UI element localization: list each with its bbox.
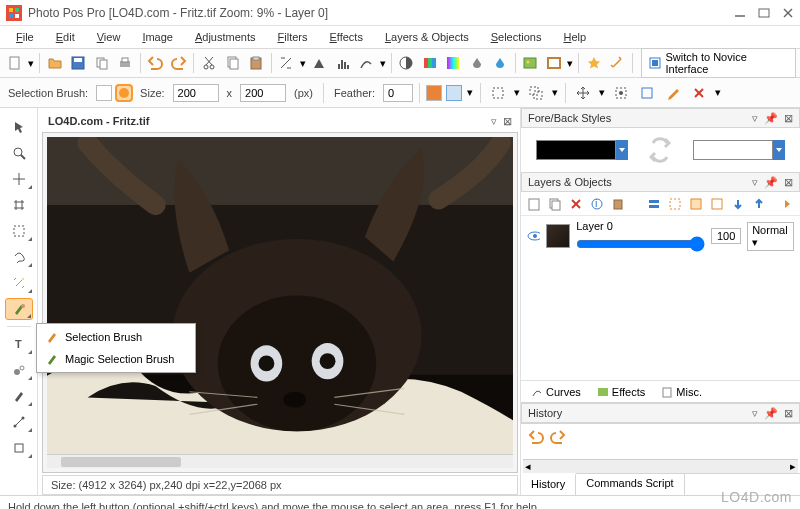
- background-swatch[interactable]: [693, 140, 773, 160]
- foreback-collapse-icon[interactable]: ▿: [752, 112, 758, 125]
- sel-edit-button[interactable]: [662, 82, 684, 104]
- layer-delete-button[interactable]: [567, 195, 585, 213]
- sel-delete-dropdown[interactable]: ▾: [714, 86, 722, 99]
- layer-opacity-input[interactable]: [711, 228, 741, 244]
- layer-blend-select[interactable]: Normal ▾: [747, 222, 794, 251]
- menu-filters[interactable]: Filters: [268, 29, 318, 45]
- rgb-button[interactable]: [419, 52, 440, 74]
- flyout-magic-selection-brush[interactable]: Magic Selection Brush: [37, 348, 195, 370]
- tool-marquee[interactable]: [5, 220, 33, 242]
- paste-button[interactable]: [245, 52, 266, 74]
- layer-visibility-icon[interactable]: [527, 228, 540, 244]
- mode-dropdown[interactable]: ▾: [466, 86, 474, 99]
- layer-merge-button[interactable]: [645, 195, 663, 213]
- mode-swatch-orange[interactable]: [426, 85, 442, 101]
- layer-row-0[interactable]: Layer 0 Normal ▾: [521, 216, 800, 256]
- adjust-button[interactable]: [276, 52, 297, 74]
- size-width-input[interactable]: [173, 84, 219, 102]
- doc-close-icon[interactable]: ⊠: [503, 115, 512, 128]
- tool-pointer[interactable]: [5, 116, 33, 138]
- cut-button[interactable]: [198, 52, 219, 74]
- curves-dropdown[interactable]: ▾: [379, 57, 387, 70]
- desaturate-button[interactable]: [466, 52, 487, 74]
- layer-props-button[interactable]: i: [588, 195, 606, 213]
- tool-shape[interactable]: [5, 437, 33, 459]
- menu-help[interactable]: Help: [553, 29, 596, 45]
- layer-up-button[interactable]: [750, 195, 768, 213]
- menu-edit[interactable]: Edit: [46, 29, 85, 45]
- history-tab-history[interactable]: History: [521, 473, 576, 495]
- sel-move-button[interactable]: [572, 82, 594, 104]
- tool-line[interactable]: [5, 411, 33, 433]
- swap-colors-icon[interactable]: [645, 135, 675, 165]
- history-undo-button[interactable]: [527, 428, 545, 446]
- subtab-effects[interactable]: Effects: [593, 384, 649, 400]
- history-redo-button[interactable]: [549, 428, 567, 446]
- tool-magic-wand[interactable]: [5, 272, 33, 294]
- hsl-button[interactable]: [442, 52, 463, 74]
- layer-dup-button[interactable]: [546, 195, 564, 213]
- undo-button[interactable]: [145, 52, 166, 74]
- save-button[interactable]: [68, 52, 89, 74]
- star-button[interactable]: [583, 52, 604, 74]
- subtab-curves[interactable]: Curves: [527, 384, 585, 400]
- minimize-button[interactable]: [734, 8, 746, 18]
- histogram-button[interactable]: [332, 52, 353, 74]
- subtab-misc[interactable]: Misc.: [657, 384, 706, 400]
- picture-button[interactable]: [520, 52, 541, 74]
- layers-pin-icon[interactable]: 📌: [764, 176, 778, 189]
- tool-text[interactable]: T: [5, 333, 33, 355]
- flyout-selection-brush[interactable]: Selection Brush: [37, 326, 195, 348]
- foreback-pin-icon[interactable]: 📌: [764, 112, 778, 125]
- tool-lasso[interactable]: [5, 246, 33, 268]
- size-height-input[interactable]: [240, 84, 286, 102]
- canvas[interactable]: [47, 137, 513, 454]
- sel-add-dropdown[interactable]: ▾: [513, 86, 521, 99]
- menu-file[interactable]: File: [6, 29, 44, 45]
- history-collapse-icon[interactable]: ▿: [752, 407, 758, 420]
- close-button[interactable]: [782, 8, 794, 18]
- menu-view[interactable]: View: [87, 29, 131, 45]
- new-dropdown[interactable]: ▾: [27, 57, 35, 70]
- background-dropdown[interactable]: [773, 140, 785, 160]
- layer-down-button[interactable]: [729, 195, 747, 213]
- tool-move[interactable]: [5, 168, 33, 190]
- curves-button[interactable]: [356, 52, 377, 74]
- layer-group1-button[interactable]: [666, 195, 684, 213]
- history-tab-commands[interactable]: Commands Script: [576, 474, 684, 495]
- layers-collapse-icon[interactable]: ▿: [752, 176, 758, 189]
- feather-input[interactable]: [383, 84, 413, 102]
- sel-move-dropdown[interactable]: ▾: [598, 86, 606, 99]
- colorize-button[interactable]: [489, 52, 510, 74]
- doc-collapse-icon[interactable]: ▿: [491, 115, 497, 128]
- magic-button[interactable]: [607, 52, 628, 74]
- foreback-close-icon[interactable]: ⊠: [784, 112, 793, 125]
- document-tab-label[interactable]: LO4D.com - Fritz.tif: [42, 113, 155, 129]
- novice-switch[interactable]: Switch to Novice Interface: [641, 48, 796, 78]
- copy-button[interactable]: [91, 52, 112, 74]
- adjust-dropdown[interactable]: ▾: [299, 57, 307, 70]
- history-scrollbar[interactable]: ◂▸: [523, 459, 798, 473]
- foreground-dropdown[interactable]: [616, 140, 628, 160]
- layer-group3-button[interactable]: [708, 195, 726, 213]
- menu-image[interactable]: Image: [132, 29, 183, 45]
- mode-swatch-blue[interactable]: [446, 85, 462, 101]
- layer-new-button[interactable]: [525, 195, 543, 213]
- brush-shape-circle[interactable]: [116, 85, 132, 101]
- sel-crop-button[interactable]: [636, 82, 658, 104]
- brush-shape-square[interactable]: [96, 85, 112, 101]
- tool-brush[interactable]: [5, 385, 33, 407]
- tool-clone[interactable]: [5, 359, 33, 381]
- maximize-button[interactable]: [758, 8, 770, 18]
- menu-selections[interactable]: Selections: [481, 29, 552, 45]
- sel-sub-button[interactable]: [525, 82, 547, 104]
- new-button[interactable]: [4, 52, 25, 74]
- history-pin-icon[interactable]: 📌: [764, 407, 778, 420]
- layers-close-icon[interactable]: ⊠: [784, 176, 793, 189]
- tool-crop[interactable]: [5, 194, 33, 216]
- sel-delete-button[interactable]: [688, 82, 710, 104]
- sel-sub-dropdown[interactable]: ▾: [551, 86, 559, 99]
- layer-opacity-slider[interactable]: [576, 236, 705, 252]
- menu-effects[interactable]: Effects: [319, 29, 372, 45]
- sel-add-button[interactable]: [487, 82, 509, 104]
